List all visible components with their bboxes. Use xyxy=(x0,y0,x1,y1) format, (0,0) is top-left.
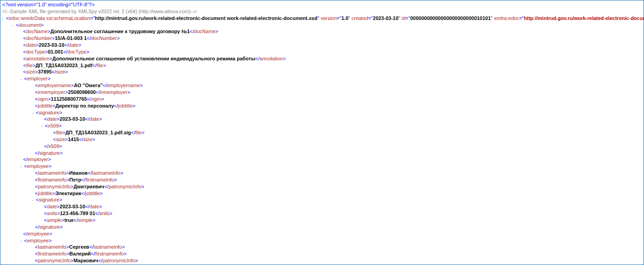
emp1-sig-close: </signature> xyxy=(35,224,642,231)
file: <file>ДП_ТД15А032023_1.pdf</file> xyxy=(23,62,642,69)
innemployer: <innemployer>2508098600</innemployer> xyxy=(35,89,642,96)
jobtitle: <jobtitle>Директор по персоналу</jobtitl… xyxy=(35,103,642,109)
x509-size: <size>1415</size> xyxy=(53,136,642,143)
x509-close: </x509> xyxy=(44,143,642,150)
emp1-sig-date: <date>2023-03-10</date> xyxy=(44,203,642,210)
employee1-close: </employee> xyxy=(23,231,642,237)
docType: <docType>01.001</docType> xyxy=(23,49,642,55)
emp2-patr: <patronymicInfo>Маркович</patronymicInfo… xyxy=(35,257,642,264)
collapse-toggle[interactable]: - xyxy=(30,109,35,116)
document-open: -<document> xyxy=(10,22,642,29)
emp1-last: <lastnameinfo>Иванов</lastnameinfo> xyxy=(35,170,642,177)
ogrn: <ogrn>1112508007765</ogrn> xyxy=(35,96,642,103)
employername: <employername>АО "Омега"</employername> xyxy=(35,82,642,89)
signature-close: </signature> xyxy=(35,150,642,157)
xml-comment: <!--Sample XML file generated by XMLSpy … xyxy=(2,8,642,15)
emp1-sig-simple: <simple>true</simple> xyxy=(44,217,642,224)
emp1-sig-open: -<signature> xyxy=(30,196,642,203)
emp2-last: <lastnameinfo>Сергеев</lastnameinfo> xyxy=(35,244,642,250)
x509-file: <file>ДП_ТД15А032023_1.pdf.sig</file> xyxy=(53,129,642,136)
annotation: <annotation>Дополнительное соглашение об… xyxy=(23,55,642,62)
size: <size>37895</size> xyxy=(23,69,642,75)
sig-date: <date>2023-03-10</date> xyxy=(44,116,642,123)
docNumber: <docNumber>15/А-01-003 1</docNumber> xyxy=(23,35,642,42)
employee1-open: -<employee> xyxy=(19,163,642,170)
employer-close: </employer> xyxy=(23,156,642,163)
employer-open: -<employer> xyxy=(19,75,642,82)
emp1-first: <firstnameinfo>Петр</firstnameinfo> xyxy=(35,177,642,183)
collapse-toggle[interactable]: - xyxy=(19,163,23,170)
collapse-toggle[interactable]: - xyxy=(30,196,35,203)
collapse-toggle[interactable]: - xyxy=(19,237,23,244)
emp1-patr: <patronymicInfo>Дмитриевич</patronymicIn… xyxy=(35,183,642,190)
date: <date>2023-03-10</date> xyxy=(23,42,642,49)
xml-viewer: <?xml version="1.0" encoding="UTF-8"?> <… xyxy=(0,1,642,265)
x509-open: -<x509> xyxy=(40,123,642,129)
root-open: -<edoc:wredcData xsi:schemaLocation="htt… xyxy=(0,15,642,22)
collapse-toggle[interactable]: - xyxy=(10,22,15,29)
emp1-sig-snils: <snils>123-456-789 01</snils> xyxy=(44,210,642,217)
collapse-toggle[interactable]: - xyxy=(40,123,44,129)
emp2-first: <firstnameinfo>Валерий</firstnameinfo> xyxy=(35,250,642,257)
emp1-job: <jobtitle>Электирик</jobtitle> xyxy=(35,190,642,197)
signature-open: -<signature> xyxy=(30,109,642,116)
collapse-toggle[interactable]: - xyxy=(19,75,23,82)
collapse-toggle[interactable]: - xyxy=(0,15,5,22)
xml-declaration: <?xml version="1.0" encoding="UTF-8"?> xyxy=(2,1,642,8)
employee2-open: -<employee> xyxy=(19,237,642,244)
docName: <docName>Дополнительное соглашение к тру… xyxy=(23,28,642,35)
